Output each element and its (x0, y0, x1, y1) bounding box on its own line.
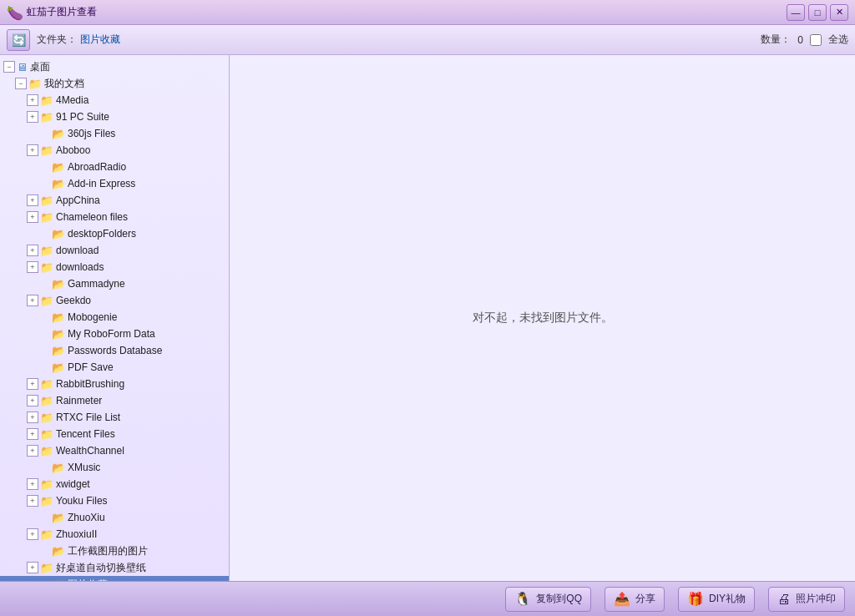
tree-item-label: Chameleon files (56, 211, 128, 223)
expand-btn[interactable]: + (27, 194, 38, 206)
main-container: 🔄 文件夹： 图片收藏 数量： 0 全选 − 🖥 桌面 − 📁 (0, 25, 855, 616)
tree-item-label: XMusic (68, 462, 100, 473)
tree-item[interactable]: 📂ZhuoXiu (0, 509, 229, 526)
tree-item[interactable]: +📁4Media (0, 92, 229, 109)
tree-item[interactable]: +📁download (0, 242, 229, 259)
expand-btn[interactable]: + (27, 412, 38, 423)
share-button[interactable]: 📤 分享 (605, 587, 665, 612)
refresh-icon: 🔄 (12, 33, 26, 47)
tree-item-label: Aboboo (56, 144, 90, 156)
tree-item[interactable]: +📁WealthChannel (0, 442, 229, 459)
expand-btn[interactable]: + (27, 495, 38, 507)
tree-item[interactable]: +📁RTXC File List (0, 409, 229, 426)
tree-item[interactable]: 📂Gammadyne (0, 275, 229, 292)
expand-btn[interactable]: + (27, 295, 38, 306)
tree-item[interactable]: 📂工作截图用的图片 (0, 543, 229, 559)
folder-icon: 📁 (40, 495, 53, 507)
tree-item[interactable]: +📁Aboboo (0, 142, 229, 159)
expand-placeholder (38, 512, 50, 523)
expand-btn[interactable]: + (27, 245, 38, 256)
expand-btn[interactable]: + (27, 528, 38, 540)
tree-item[interactable]: 📂360js Files (0, 125, 229, 142)
expand-btn[interactable]: + (27, 94, 38, 106)
expand-placeholder (38, 128, 50, 139)
expand-btn[interactable]: + (27, 562, 38, 573)
tree-item[interactable]: +📁Geekdo (0, 292, 229, 309)
tree-item[interactable]: 📂Mobogenie (0, 309, 229, 326)
tree-item[interactable]: 📂Passwords Database (0, 342, 229, 359)
folder-icon: 📂 (52, 161, 65, 174)
tree-item[interactable]: 📂Add-in Express (0, 175, 229, 192)
folder-icon: 📂 (52, 345, 65, 357)
back-button[interactable]: 🔄 (7, 29, 30, 51)
toolbar-right: 数量： 0 全选 (761, 33, 848, 47)
tree-item[interactable]: +📁Youku Files (0, 492, 229, 509)
tree-item-mydocs[interactable]: − 📁 我的文档 (0, 75, 229, 92)
share-label: 分享 (635, 592, 655, 606)
copy-to-qq-button[interactable]: 🐧 复制到QQ (505, 587, 591, 612)
expand-btn[interactable]: + (27, 111, 38, 123)
print-icon: 🖨 (777, 592, 791, 607)
folder-icon: 📁 (40, 378, 53, 391)
expand-btn[interactable]: + (27, 395, 38, 406)
expand-btn[interactable]: + (27, 211, 38, 223)
expand-btn[interactable]: + (27, 478, 38, 490)
tree-item[interactable]: +📁91 PC Suite (0, 109, 229, 125)
close-button[interactable]: ✕ (830, 4, 848, 21)
tree-item-label: downloads (56, 261, 104, 273)
tree-item[interactable]: +📁RabbitBrushing (0, 376, 229, 392)
expand-btn[interactable]: + (27, 378, 38, 390)
gift-icon: 🎁 (687, 591, 704, 607)
folder-icon: 📁 (40, 478, 53, 491)
tree-item-label: download (56, 245, 99, 256)
tree-item-label: desktopFolders (68, 228, 136, 240)
content-area: − 🖥 桌面 − 📁 我的文档 +📁4Media+📁91 PC Suite📂36… (0, 55, 855, 581)
tree-item[interactable]: 📂desktopFolders (0, 225, 229, 242)
expand-mydocs[interactable]: − (15, 78, 27, 89)
tree-item[interactable]: +📁好桌道自动切换壁纸 (0, 559, 229, 576)
tree-item-label: RTXC File List (56, 412, 120, 423)
folder-icon: 📁 (40, 412, 53, 424)
tree-item[interactable]: 📂PDF Save (0, 359, 229, 376)
minimize-button[interactable]: — (787, 4, 805, 21)
app-icon: 🍆 (7, 5, 22, 20)
diy-gift-label: DIY礼物 (709, 592, 746, 606)
folder-icon: 📂 (52, 328, 65, 341)
tree-item[interactable]: +📁Chameleon files (0, 209, 229, 225)
maximize-button[interactable]: □ (808, 4, 827, 21)
tree-item[interactable]: +📁Tencent Files (0, 426, 229, 442)
folder-icon: 📁 (40, 144, 53, 157)
mydocs-label: 我的文档 (44, 77, 84, 91)
expand-btn[interactable]: + (27, 144, 38, 156)
expand-btn[interactable]: + (27, 261, 38, 273)
copy-to-qq-label: 复制到QQ (536, 592, 582, 606)
tree-panel[interactable]: − 🖥 桌面 − 📁 我的文档 +📁4Media+📁91 PC Suite📂36… (0, 55, 230, 581)
print-photo-label: 照片冲印 (796, 592, 836, 606)
tree-item[interactable]: 📂AbroadRadio (0, 159, 229, 175)
tree-item-desktop[interactable]: − 🖥 桌面 (0, 58, 229, 75)
folder-icon: 📁 (40, 428, 53, 441)
select-all-checkbox[interactable] (810, 34, 822, 46)
tree-items-container: +📁4Media+📁91 PC Suite📂360js Files+📁Abobo… (0, 92, 229, 581)
folder-icon: 📁 (40, 528, 53, 541)
tree-item[interactable]: +📁Rainmeter (0, 392, 229, 409)
folder-icon: 📁 (40, 194, 53, 207)
tree-item-label: ZhuoxiuII (56, 528, 97, 540)
print-photo-button[interactable]: 🖨 照片冲印 (768, 587, 845, 612)
tree-item[interactable]: 📂My RoboForm Data (0, 326, 229, 342)
tree-item-label: 360js Files (68, 128, 115, 139)
expand-btn[interactable]: + (27, 445, 38, 457)
mydocs-folder-icon: 📁 (28, 78, 42, 90)
tree-item[interactable]: +📁downloads (0, 259, 229, 275)
tree-item[interactable]: 📂XMusic (0, 459, 229, 476)
tree-item[interactable]: +📁xwidget (0, 476, 229, 492)
expand-desktop[interactable]: − (3, 61, 15, 73)
tree-item-label: 91 PC Suite (56, 111, 109, 123)
folder-icon: 📁 (40, 94, 53, 107)
tree-item[interactable]: +📁ZhuoxiuII (0, 526, 229, 543)
folder-icon: 📂 (52, 128, 65, 140)
tree-item-label: My RoboForm Data (68, 328, 155, 340)
tree-item[interactable]: +📁AppChina (0, 192, 229, 209)
diy-gift-button[interactable]: 🎁 DIY礼物 (678, 587, 755, 612)
expand-btn[interactable]: + (27, 428, 38, 440)
